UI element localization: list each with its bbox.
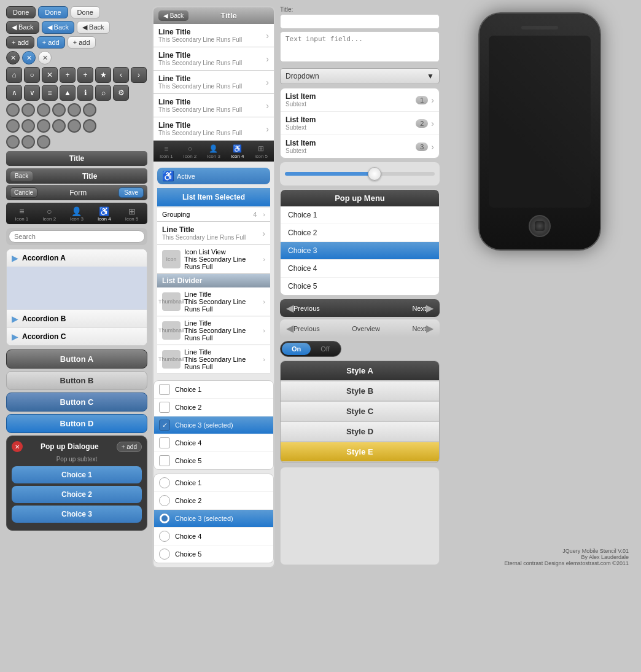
phone-tab-3[interactable]: 👤Icon 3 xyxy=(202,143,225,160)
list-item[interactable]: Line Title This Secondary Line Runs Full… xyxy=(153,94,274,117)
dot-icon[interactable] xyxy=(37,135,50,149)
list-item[interactable]: Line Title This Secondary Line Runs Full… xyxy=(153,47,274,71)
button-b[interactable]: Button B xyxy=(6,371,147,390)
checkbox-item-5[interactable]: Choice 5 xyxy=(154,452,273,469)
list-item[interactable]: Line Title This Secondary Line Runs Full… xyxy=(153,117,274,141)
popup-add-btn[interactable]: + add xyxy=(117,442,142,452)
style-b-btn[interactable]: Style B xyxy=(281,381,439,400)
done-btn-white[interactable]: Done xyxy=(71,6,100,18)
toggle-off[interactable]: Off xyxy=(311,343,339,355)
next-btn-2[interactable]: ▶ xyxy=(426,322,433,334)
radio-2[interactable] xyxy=(159,495,170,506)
dot-icon[interactable] xyxy=(6,119,20,133)
popup-menu-item-1[interactable]: Choice 1 xyxy=(281,206,439,224)
list-badge-item-1[interactable]: List Item Subtext 1 › xyxy=(281,88,439,112)
button-c[interactable]: Button C xyxy=(6,393,147,412)
tab-item-1[interactable]: ≡ Icon 1 xyxy=(9,205,35,223)
popup-choice-2[interactable]: Choice 2 xyxy=(12,486,142,503)
x-btn-blue[interactable]: ✕ xyxy=(22,51,36,64)
radio-4[interactable] xyxy=(159,531,170,542)
dot-icon[interactable] xyxy=(37,103,50,117)
prev-btn-2[interactable]: ◀ xyxy=(286,322,293,334)
radio-item-3[interactable]: Choice 3 (selected) xyxy=(154,510,273,528)
prev-btn-1[interactable]: ◀ xyxy=(286,302,293,314)
home-icon[interactable]: ⌂ xyxy=(6,67,22,83)
radio-3[interactable] xyxy=(159,513,170,524)
gear-icon[interactable]: ⚙ xyxy=(113,85,129,101)
phone-tab-4[interactable]: ♿Icon 4 xyxy=(226,143,249,160)
back-btn-dark[interactable]: ◀ Back xyxy=(6,21,39,34)
chevron-down-icon[interactable]: ∨ xyxy=(24,85,40,101)
dot-icon[interactable] xyxy=(21,135,35,149)
phone-tab-5[interactable]: ⊞Icon 5 xyxy=(249,143,273,160)
chevron-up-icon[interactable]: ∧ xyxy=(6,85,22,101)
x-btn-dark[interactable]: ✕ xyxy=(6,51,20,64)
radio-item-2[interactable]: Choice 2 xyxy=(154,492,273,510)
grouping-item[interactable]: Grouping 4 › xyxy=(157,208,270,222)
popup-close-btn[interactable]: ✕ xyxy=(12,441,23,452)
style-e-btn[interactable]: Style E xyxy=(281,442,439,461)
button-d[interactable]: Button D xyxy=(6,414,147,433)
circle-icon[interactable]: ○ xyxy=(24,67,40,83)
dot-icon[interactable] xyxy=(68,119,81,133)
close-icon-sm[interactable]: ✕ xyxy=(42,67,58,83)
menu-icon[interactable]: ≡ xyxy=(42,85,58,101)
plus-icon-2[interactable]: + xyxy=(77,67,93,83)
popup-menu-item-5[interactable]: Choice 5 xyxy=(281,278,439,295)
checkbox-item-1[interactable]: Choice 1 xyxy=(154,381,273,399)
icon-list-item[interactable]: Icon Icon List View This Secondary Line … xyxy=(157,245,270,274)
thumb-list-item-3[interactable]: Thumbnail Line Title This Secondary Line… xyxy=(157,345,270,374)
list-badge-item-2[interactable]: List Item Subtext 2 › xyxy=(281,112,439,135)
triangle-icon[interactable]: ▲ xyxy=(60,85,76,101)
dot-icon[interactable] xyxy=(37,119,50,133)
x-btn-white[interactable]: ✕ xyxy=(38,51,52,64)
checkbox-2[interactable] xyxy=(159,402,170,413)
add-btn-white[interactable]: + add xyxy=(68,36,96,49)
add-btn-blue[interactable]: + add xyxy=(37,36,65,49)
plus-icon-1[interactable]: + xyxy=(60,67,76,83)
radio-5[interactable] xyxy=(159,549,170,560)
toggle-on[interactable]: On xyxy=(282,343,311,355)
checkbox-1[interactable] xyxy=(159,384,170,395)
dot-icon[interactable] xyxy=(21,103,35,117)
phone-back-btn[interactable]: ◀ Back xyxy=(158,10,188,21)
chevron-left-icon[interactable]: ‹ xyxy=(113,67,129,83)
star-icon[interactable]: ★ xyxy=(95,67,111,83)
checkbox-item-2[interactable]: Choice 2 xyxy=(154,399,273,416)
next-btn-1[interactable]: ▶ xyxy=(426,302,433,314)
dot-icon[interactable] xyxy=(68,103,81,117)
radio-item-5[interactable]: Choice 5 xyxy=(154,545,273,563)
dropdown-btn[interactable]: Dropdown ▼ xyxy=(280,68,440,84)
popup-choice-3[interactable]: Choice 3 xyxy=(12,506,142,523)
checkbox-4[interactable] xyxy=(159,437,170,448)
checkbox-3[interactable]: ✓ xyxy=(159,420,170,431)
dot-icon[interactable] xyxy=(6,135,20,149)
iphone-home-btn[interactable] xyxy=(529,215,551,237)
dot-icon[interactable] xyxy=(21,119,35,133)
list-badge-item-3[interactable]: List Item Subtext 3 › xyxy=(281,135,439,158)
slider-thumb[interactable] xyxy=(368,167,381,181)
list-item-2[interactable]: Line Title This Secondary Line Runs Full… xyxy=(157,222,270,245)
popup-menu-item-3[interactable]: Choice 3 xyxy=(281,242,439,260)
save-btn[interactable]: Save xyxy=(118,187,144,198)
checkbox-5[interactable] xyxy=(159,455,170,466)
button-a[interactable]: Button A xyxy=(6,350,147,369)
dot-icon[interactable] xyxy=(83,119,96,133)
search-icon[interactable]: ⌕ xyxy=(95,85,111,101)
accordion-header-a[interactable]: ▶ Accordion A xyxy=(7,249,147,267)
text-area-field[interactable] xyxy=(280,31,440,62)
done-btn-dark[interactable]: Done xyxy=(6,6,36,18)
popup-menu-item-4[interactable]: Choice 4 xyxy=(281,260,439,278)
toggle-switch[interactable]: On Off xyxy=(280,341,341,357)
dot-icon[interactable] xyxy=(6,103,20,117)
popup-choice-1[interactable]: Choice 1 xyxy=(12,466,142,483)
done-btn-blue[interactable]: Done xyxy=(38,6,68,18)
tab-item-3[interactable]: 👤 Icon 3 xyxy=(64,205,90,223)
list-selected[interactable]: List Item Selected xyxy=(157,188,270,206)
phone-tab-2[interactable]: ○Icon 2 xyxy=(179,143,202,160)
tab-item-4[interactable]: ♿ Icon 4 xyxy=(91,205,117,223)
search-input[interactable] xyxy=(9,230,145,243)
popup-menu-item-2[interactable]: Choice 2 xyxy=(281,224,439,242)
tab-item-2[interactable]: ○ Icon 2 xyxy=(36,205,63,223)
radio-1[interactable] xyxy=(159,477,170,488)
